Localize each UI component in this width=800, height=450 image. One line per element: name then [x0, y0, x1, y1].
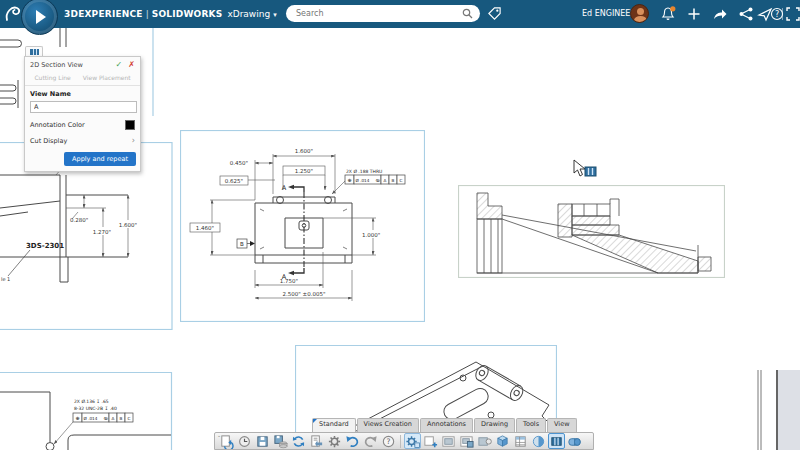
avatar[interactable] [630, 4, 649, 23]
hole-callout[interactable]: 2X Ø.136 ↧ .65 8-32 UNC-2B ↧ .40 ⊕ Ø .01… [54, 399, 133, 444]
undo-icon[interactable] [344, 433, 361, 449]
tab-annotations[interactable]: Annotations [420, 418, 473, 432]
3ds-logo-icon[interactable] [4, 3, 22, 25]
confirm-icon[interactable]: ✓ [116, 60, 129, 69]
hole-callout-text: 2X Ø.136 ↧ .65 [74, 399, 109, 404]
dimension-label[interactable]: 0.450" [230, 160, 248, 166]
save-icon[interactable] [254, 433, 271, 449]
standard-views-icon[interactable] [476, 433, 493, 449]
search-icon[interactable] [462, 8, 473, 19]
projected-view-icon[interactable] [440, 433, 457, 449]
tab-drawing[interactable]: Drawing [474, 418, 515, 432]
toolbar-separator [400, 435, 401, 448]
notification-badge [670, 6, 675, 11]
sync-icon[interactable] [290, 433, 307, 449]
save-as-icon[interactable] [272, 433, 289, 449]
drawing-view-section[interactable] [458, 185, 725, 278]
basic-dimension[interactable]: 1.460" [190, 223, 220, 232]
fcf-datum: A [384, 178, 387, 183]
search-input[interactable] [296, 6, 454, 21]
isometric-view-icon[interactable] [494, 433, 511, 449]
tab-standard[interactable]: Standard [312, 418, 356, 432]
fcf-datum: B [120, 416, 123, 421]
new-view-icon[interactable] [422, 433, 439, 449]
hole-callout-text: 8-32 UNC-2B ↧ .40 [74, 406, 117, 411]
history-icon[interactable] [236, 433, 253, 449]
fcf-tolerance: Ø .014 [356, 178, 370, 183]
tab-tools[interactable]: Tools [516, 418, 546, 432]
ribbon-icon-bar: ⌄ ? [214, 432, 594, 450]
dimension-label: 1.250" [295, 168, 313, 174]
tag-icon[interactable] [487, 6, 502, 21]
dimension-label[interactable]: 1.750" [280, 278, 298, 284]
drawing-edge-fragment [748, 370, 800, 450]
section-label: A [282, 184, 287, 192]
hole-callout[interactable]: 2X Ø .188 THRU ⊕ Ø .014 Ⓜ A B C [345, 169, 405, 184]
toolbar-overflow-icon[interactable]: ⌄ [217, 432, 221, 438]
cut-display-label: Cut Display [30, 137, 67, 145]
fcf-datum: C [400, 178, 403, 183]
mouse-cursor [572, 158, 598, 180]
chevron-down-icon: ▾ [270, 11, 277, 19]
view-border [0, 373, 172, 450]
tab-view[interactable]: View [547, 418, 576, 432]
dimension-label: 0.625" [225, 178, 243, 184]
broken-view-icon[interactable] [566, 433, 583, 449]
part-number-label[interactable]: 3DS-2301 [26, 242, 64, 250]
dimension-label[interactable]: 1.270" [93, 229, 111, 235]
top-bar: 3DEXPERIENCE|SOLIDWORKSxDrawing▾ Ed ENGI… [0, 0, 800, 28]
close-icon[interactable]: ✗ [128, 60, 135, 69]
dimension-label[interactable]: 2.500" ±0.005" [283, 291, 326, 297]
user-name[interactable]: Ed ENGINEER [582, 0, 636, 28]
share-forward-icon[interactable] [712, 6, 728, 22]
color-swatch[interactable] [125, 120, 135, 130]
annotation-color-label: Annotation Color [30, 121, 85, 129]
update-views-icon[interactable] [404, 433, 421, 449]
view-name-input[interactable] [30, 101, 137, 113]
application-window: // .002 C 0.280" 1.270" 1.600" 3DS-2301 … [0, 0, 800, 450]
tab-cutting-line[interactable]: Cutting Line [34, 74, 70, 81]
brand-solidworks: SOLIDWORKS [152, 9, 223, 19]
hole-callout-text: 2X Ø .188 THRU [346, 169, 382, 174]
note-label[interactable]: le 1 [1, 276, 10, 282]
relative-view-icon[interactable] [458, 433, 475, 449]
basic-dimension[interactable]: 1.250" [283, 166, 325, 175]
app-breadcrumb[interactable]: 3DEXPERIENCE|SOLIDWORKSxDrawing▾ [64, 0, 277, 28]
export-icon[interactable] [308, 433, 325, 449]
drawing-view-bottom-left[interactable]: 2X Ø.136 ↧ .65 8-32 UNC-2B ↧ .40 ⊕ Ø .01… [0, 372, 173, 450]
bom-icon[interactable] [512, 433, 529, 449]
section-view-icon[interactable] [548, 433, 565, 449]
render-view-icon[interactable] [530, 433, 547, 449]
dimension-label[interactable]: 0.280" [70, 217, 88, 223]
datum-flag[interactable]: B [237, 239, 255, 248]
fullscreen-icon[interactable] [785, 6, 800, 22]
redo-icon[interactable] [362, 433, 379, 449]
dimension-label[interactable]: 1.600" [295, 148, 313, 154]
fcf-datum: C [128, 416, 131, 421]
dimension-label[interactable]: 1.600" [119, 222, 137, 228]
section-geometry [477, 193, 711, 273]
view-name-label: View Name [25, 86, 140, 100]
drawing-view-center[interactable]: A A 1.600" 0.450" 1.250" [180, 130, 425, 322]
add-icon[interactable] [686, 6, 702, 22]
basic-dimension[interactable]: 0.625" [220, 176, 248, 185]
dimension-label[interactable]: 1.000" [362, 232, 380, 238]
play-icon [36, 10, 46, 24]
annotation-color-row[interactable]: Annotation Color [25, 117, 140, 133]
cut-display-row[interactable]: Cut Display › [25, 133, 140, 148]
brand-3dexperience: 3DEXPERIENCE [64, 9, 143, 19]
section-view-icon [30, 49, 39, 55]
dialog-title: 2D Section View [30, 61, 116, 69]
apply-and-repeat-button[interactable]: Apply and repeat [64, 152, 136, 166]
search-bar[interactable] [286, 5, 480, 22]
fcf-datum: B [392, 178, 395, 183]
settings-gear-icon[interactable] [326, 433, 343, 449]
app-name: xDrawing [222, 9, 270, 19]
fcf-datum: A [112, 416, 115, 421]
tab-view-placement[interactable]: View Placement [83, 74, 131, 81]
tab-views-creation[interactable]: Views Creation [357, 418, 419, 432]
datum-label: B [240, 241, 244, 247]
share-nodes-icon[interactable] [738, 6, 754, 22]
notif-bell-icon[interactable] [660, 6, 676, 22]
help-icon[interactable]: ? [380, 433, 397, 449]
